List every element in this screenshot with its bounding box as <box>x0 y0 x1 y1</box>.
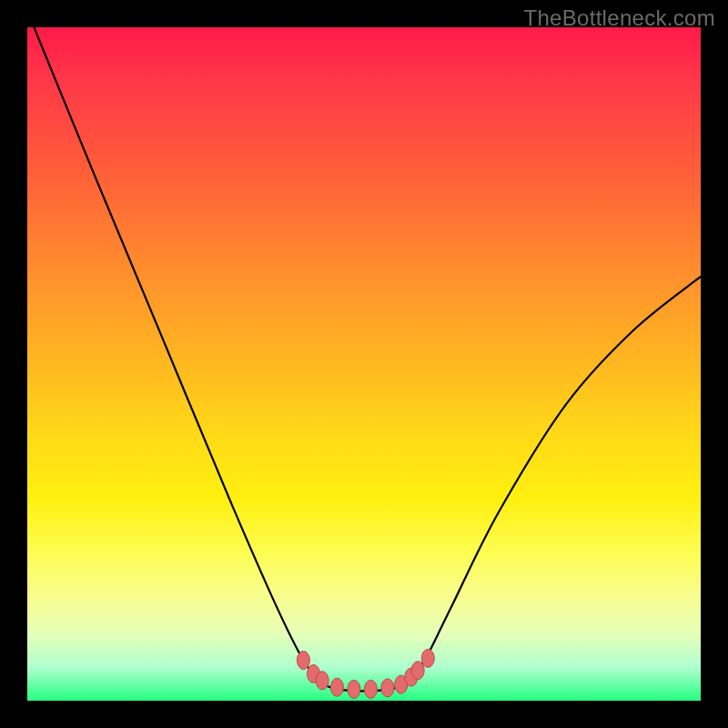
curve-marker <box>421 649 434 667</box>
bottleneck-curve <box>34 27 701 691</box>
curve-marker <box>316 672 329 690</box>
watermark-text: TheBottleneck.com <box>523 5 715 31</box>
curve-marker <box>381 679 394 697</box>
curve-marker <box>364 680 377 698</box>
curve-markers <box>297 649 434 698</box>
chart-svg <box>27 27 701 701</box>
curve-marker <box>411 662 424 680</box>
chart-plot-area <box>27 27 701 701</box>
curve-marker <box>297 652 309 670</box>
curve-marker <box>330 678 343 696</box>
curve-marker <box>348 680 360 698</box>
